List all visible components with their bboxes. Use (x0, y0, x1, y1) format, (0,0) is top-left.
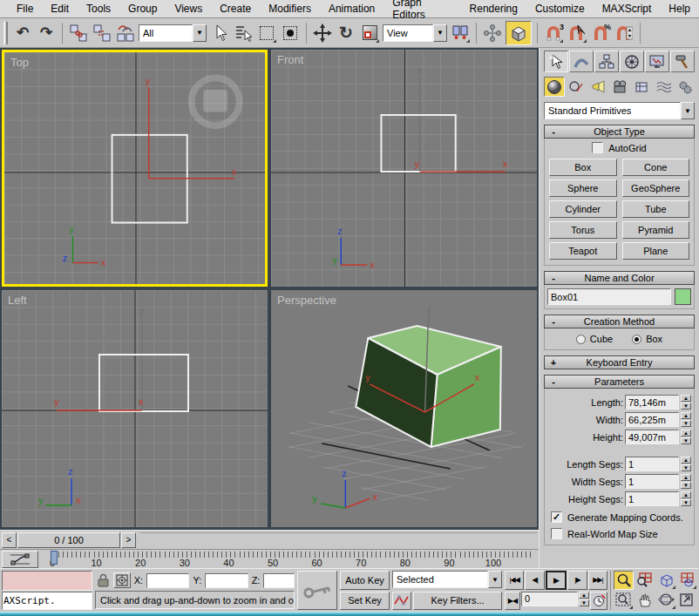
absolute-mode-icon[interactable] (113, 572, 131, 588)
arc-rotate-icon[interactable] (656, 591, 676, 610)
tab-hierarchy[interactable] (594, 51, 619, 72)
selection-filter-dropdown[interactable]: All ▼ (139, 24, 207, 42)
menu-item[interactable]: Views (166, 1, 211, 17)
viewport-left-label[interactable]: Left (8, 294, 27, 307)
category-systems[interactable] (675, 77, 696, 97)
listener-input-pane[interactable]: AXScript. (2, 592, 92, 610)
coord-y-input[interactable] (205, 573, 248, 588)
set-key-button[interactable]: Set Key (340, 592, 390, 611)
rollout-object-type-header[interactable]: - Object Type (544, 125, 695, 139)
spinner-control[interactable]: ▲▼ (681, 474, 691, 489)
track-bar[interactable]: 0102030405060708090100 (0, 549, 539, 568)
category-shapes[interactable] (566, 77, 587, 97)
object-color-swatch[interactable] (675, 288, 691, 305)
mini-curve-editor-button[interactable] (2, 551, 38, 568)
menu-item[interactable]: Help (660, 1, 699, 17)
select-object-icon[interactable] (209, 23, 230, 44)
bind-to-spacewarp-icon[interactable] (115, 23, 136, 44)
parameter-checkbox[interactable]: ✓ (551, 511, 562, 523)
viewport-front-label[interactable]: Front (277, 53, 303, 66)
rollout-keyboard-entry-header[interactable]: + Keyboard Entry (544, 355, 695, 369)
segments-field[interactable]: 1 (625, 491, 679, 506)
primitive-category-dropdown[interactable]: Standard Primitives ▼ (544, 102, 695, 119)
select-by-name-icon[interactable] (233, 23, 254, 44)
undo-icon[interactable]: ↶ (12, 23, 33, 44)
spinner-control[interactable]: ▲▼ (681, 395, 691, 410)
current-frame-field[interactable]: 0 (521, 592, 578, 606)
creation-method-box-radio[interactable] (632, 335, 641, 344)
unlink-icon[interactable] (92, 23, 112, 44)
tab-utilities[interactable] (670, 51, 695, 72)
viewport-top-label[interactable]: Top (10, 56, 29, 69)
key-mode-toggle[interactable]: ▶◀ (505, 592, 520, 611)
tab-create[interactable] (544, 51, 568, 72)
zoom-extents-icon[interactable] (656, 571, 676, 590)
object-type-button[interactable]: Teapot (549, 242, 617, 260)
dropdown-arrow-icon[interactable]: ▼ (488, 571, 502, 588)
listener-macro-pane[interactable] (2, 571, 92, 591)
key-selection-dropdown[interactable]: Selected ▼ (392, 571, 502, 588)
isolate-key-icon[interactable] (297, 571, 337, 610)
previous-frame-button[interactable]: ◀| (525, 571, 544, 590)
tab-motion[interactable] (620, 51, 644, 72)
tab-display[interactable] (645, 51, 669, 72)
link-icon[interactable] (68, 23, 89, 44)
category-helpers[interactable] (631, 77, 652, 97)
menu-item[interactable]: Modifiers (260, 1, 320, 17)
parameter-field[interactable]: 66,225m (625, 412, 679, 427)
auto-key-button[interactable]: Auto Key (340, 571, 390, 590)
menu-item[interactable]: File (8, 1, 42, 17)
zoom-extents-all-icon[interactable] (677, 571, 697, 590)
viewport-left[interactable]: Left z y x z y (2, 290, 268, 527)
object-type-button[interactable]: Sphere (549, 179, 617, 197)
track-bar-frame-marker[interactable] (51, 551, 58, 565)
category-spacewarps[interactable] (653, 77, 674, 97)
rollout-parameters-header[interactable]: - Parameters (544, 375, 695, 389)
object-type-button[interactable]: Plane (622, 242, 690, 260)
category-cameras[interactable] (609, 77, 630, 97)
select-and-scale-icon[interactable] (359, 23, 380, 44)
time-slider-next-button[interactable]: > (121, 532, 136, 548)
percent-snap-icon[interactable]: % (590, 23, 611, 44)
menu-item[interactable]: Customize (526, 1, 594, 17)
spinner-control[interactable]: ▲▼ (681, 491, 691, 506)
toolbar-drag-handle[interactable] (3, 22, 8, 44)
redo-icon[interactable]: ↷ (36, 23, 57, 44)
go-to-start-button[interactable]: |◀◀ (505, 571, 524, 590)
spinner-snap-icon[interactable] (614, 23, 635, 44)
menu-item[interactable]: Group (119, 1, 166, 17)
menu-item[interactable]: Edit (42, 1, 78, 17)
spinner-control[interactable]: ▲▼ (681, 457, 691, 471)
segments-field[interactable]: 1 (625, 474, 679, 489)
viewport-perspective-label[interactable]: Perspective (277, 294, 336, 307)
time-configuration-icon[interactable] (590, 592, 607, 611)
dropdown-arrow-icon[interactable]: ▼ (433, 24, 447, 42)
time-slider-track[interactable] (139, 532, 537, 548)
play-button[interactable]: ▶ (546, 571, 567, 590)
segments-field[interactable]: 1 (625, 457, 679, 471)
menu-item[interactable]: Rendering (461, 1, 526, 17)
autogrid-checkbox[interactable]: ✓ (592, 142, 603, 153)
dropdown-arrow-icon[interactable]: ▼ (681, 102, 695, 119)
zoom-tool-icon[interactable] (614, 571, 634, 590)
rect-selection-region-icon[interactable] (256, 23, 277, 44)
menu-item[interactable]: Tools (78, 1, 119, 17)
select-and-move-icon[interactable] (312, 23, 333, 44)
object-type-button[interactable]: Cone (622, 159, 690, 176)
use-pivot-point-center-icon[interactable] (450, 23, 471, 44)
frame-spinner[interactable]: ▲▼ (579, 592, 589, 606)
object-type-button[interactable]: Torus (549, 221, 617, 239)
coord-x-input[interactable] (146, 573, 189, 588)
dropdown-arrow-icon[interactable]: ▼ (193, 24, 207, 42)
key-filters-button[interactable]: Key Filters... (413, 592, 502, 611)
pan-hand-icon[interactable] (635, 591, 655, 610)
object-type-button[interactable]: Cylinder (549, 200, 617, 218)
object-type-button[interactable]: Tube (622, 200, 690, 218)
selection-lock-icon[interactable] (97, 572, 110, 589)
reference-coord-dropdown[interactable]: View ▼ (383, 24, 447, 42)
viewport-front[interactable]: Front z y x z x (271, 50, 537, 287)
object-type-button[interactable]: GeoSphere (622, 179, 690, 197)
creation-method-cube-radio[interactable] (576, 335, 586, 344)
tab-modify[interactable] (569, 51, 594, 72)
menu-item[interactable]: Animation (320, 1, 383, 17)
